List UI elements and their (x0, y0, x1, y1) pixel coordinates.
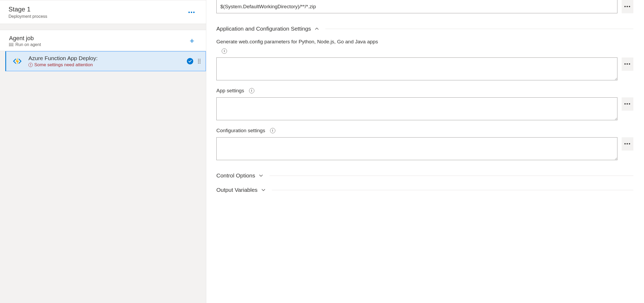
chevron-up-icon (315, 27, 319, 31)
drag-handle[interactable] (198, 59, 201, 64)
stage-more-menu[interactable]: ••• (186, 7, 197, 18)
chevron-down-icon (259, 173, 263, 178)
task-warning: ! Some settings need attention (28, 62, 182, 68)
svg-rect-0 (9, 43, 13, 44)
webconfig-input[interactable] (216, 57, 617, 80)
agent-job-subtitle: Run on agent (15, 42, 41, 47)
appsettings-browse-button[interactable]: ••• (622, 97, 633, 111)
task-azure-function-deploy[interactable]: Azure Function App Deploy: ! Some settin… (5, 51, 206, 71)
right-panel: ••• Application and Configuration Settin… (206, 0, 644, 303)
section-app-config-title: Application and Configuration Settings (216, 26, 311, 32)
info-icon[interactable]: i (222, 48, 227, 54)
divider (270, 176, 633, 176)
server-icon (9, 43, 13, 47)
section-output-variables-title: Output Variables (216, 187, 258, 193)
section-output-variables-header[interactable]: Output Variables (216, 187, 633, 193)
left-panel: Stage 1 Deployment process ••• Agent job… (0, 0, 206, 303)
info-icon[interactable]: i (270, 128, 275, 133)
section-app-config-header[interactable]: Application and Configuration Settings (216, 26, 633, 32)
stage-title: Stage 1 (9, 6, 47, 13)
package-path-browse-button[interactable]: ••• (622, 0, 633, 13)
svg-rect-2 (9, 45, 13, 47)
section-control-options-title: Control Options (216, 172, 255, 179)
info-icon[interactable]: i (249, 88, 254, 93)
configsettings-label: Configuration settings (216, 128, 265, 134)
agent-job-card[interactable]: Agent job Run on agent + (0, 30, 206, 51)
azure-function-icon (11, 55, 24, 68)
warning-icon: ! (28, 63, 33, 67)
webconfig-label: Generate web.config parameters for Pytho… (216, 39, 378, 45)
stage-subtitle: Deployment process (9, 14, 47, 19)
agent-job-title: Agent job (9, 35, 41, 42)
chevron-down-icon (261, 188, 266, 192)
appsettings-label: App settings (216, 88, 244, 94)
configsettings-input[interactable] (216, 137, 617, 160)
task-warning-text: Some settings need attention (34, 62, 93, 68)
configsettings-browse-button[interactable]: ••• (622, 137, 633, 151)
appsettings-input[interactable] (216, 97, 617, 120)
divider (325, 29, 633, 29)
task-title: Azure Function App Deploy: (28, 55, 182, 61)
task-selected-check-icon (187, 58, 193, 64)
stage-header[interactable]: Stage 1 Deployment process ••• (0, 0, 206, 24)
add-task-button[interactable]: + (190, 36, 195, 45)
webconfig-browse-button[interactable]: ••• (622, 57, 633, 71)
package-path-input[interactable] (216, 0, 617, 13)
divider (272, 190, 633, 190)
svg-rect-1 (9, 44, 13, 45)
section-control-options-header[interactable]: Control Options (216, 172, 633, 179)
